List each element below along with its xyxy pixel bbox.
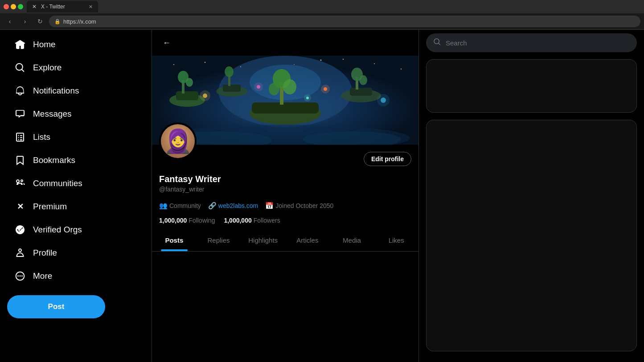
lists-icon	[14, 131, 26, 143]
sidebar-item-bookmarks[interactable]: Bookmarks	[7, 149, 144, 171]
profile-info-area: Edit profile Fantasy Writer @fantasy_wri…	[152, 145, 418, 229]
svg-point-32	[304, 94, 311, 102]
svg-point-28	[377, 94, 390, 106]
search-icon	[433, 38, 441, 48]
following-label: Following	[189, 217, 215, 224]
search-box	[426, 33, 637, 52]
following-count: 1,000,000	[159, 217, 187, 224]
more-icon	[14, 270, 26, 282]
window-minimize-button[interactable]	[11, 4, 16, 9]
profile-meta: 👥 Community 🔗 web2labs.com 📅 Joined Octo…	[159, 198, 411, 213]
premium-label: Premium	[33, 202, 67, 212]
post-button[interactable]: Post	[7, 295, 105, 318]
followers-stat[interactable]: 1,000,000 Followers	[224, 217, 280, 224]
svg-point-11	[225, 66, 234, 77]
svg-point-40	[374, 63, 375, 64]
explore-label: Explore	[33, 63, 62, 73]
sidebar-item-more[interactable]: More	[7, 265, 144, 287]
tab-likes[interactable]: Likes	[374, 229, 418, 251]
left-sidebar: Home Explore Notifications Messages List…	[0, 30, 152, 362]
svg-rect-9	[223, 85, 241, 92]
url-text: https://x.com	[63, 18, 96, 25]
profile-name-area: Fantasy Writer @fantasy_writer	[159, 173, 411, 198]
website-link[interactable]: web2labs.com	[218, 202, 258, 209]
communities-icon	[14, 178, 26, 189]
profile-tabs: Posts Replies Highlights Articles Media …	[152, 229, 418, 252]
verified-orgs-label: Verified Orgs	[33, 225, 82, 235]
premium-icon: ✕	[14, 201, 26, 212]
home-label: Home	[33, 40, 56, 49]
footer-links: Terms of Service Privacy Policy Cookie P…	[426, 358, 637, 359]
calendar-icon: 📅	[265, 202, 274, 210]
feed-area	[152, 252, 418, 362]
svg-rect-4	[176, 91, 198, 100]
tab-replies[interactable]: Replies	[197, 229, 241, 251]
tab-highlights[interactable]: Highlights	[241, 229, 285, 251]
profile-top-bar: ←	[152, 30, 418, 56]
svg-point-7	[186, 78, 193, 87]
community-label: Community	[169, 202, 201, 209]
sidebar-widget-1	[426, 59, 637, 113]
edit-profile-button[interactable]: Edit profile	[364, 152, 411, 166]
sidebar-item-notifications[interactable]: Notifications	[7, 80, 144, 102]
notifications-label: Notifications	[33, 86, 79, 96]
notifications-icon	[14, 85, 26, 97]
meta-community: 👥 Community	[159, 202, 201, 210]
sidebar-item-explore[interactable]: Explore	[7, 57, 144, 79]
following-stat[interactable]: 1,000,000 Following	[159, 217, 215, 224]
forward-nav-button[interactable]: ›	[19, 15, 31, 28]
main-content: ←	[152, 30, 419, 362]
search-input[interactable]	[446, 39, 630, 47]
window-maximize-button[interactable]	[18, 4, 23, 9]
app-container: Home Explore Notifications Messages List…	[0, 30, 644, 362]
svg-point-16	[359, 75, 367, 85]
svg-point-37	[205, 62, 205, 63]
window-close-button[interactable]	[4, 4, 9, 9]
right-sidebar: Terms of Service Privacy Policy Cookie P…	[419, 30, 644, 362]
svg-point-22	[269, 83, 279, 95]
sidebar-item-home[interactable]: Home	[7, 33, 144, 56]
sidebar-item-verified-orgs[interactable]: Verified Orgs	[7, 219, 144, 241]
svg-point-43	[294, 64, 295, 65]
bookmarks-icon	[14, 155, 26, 166]
window-controls	[4, 4, 23, 9]
profile-display-name: Fantasy Writer	[159, 173, 411, 185]
sidebar-item-communities[interactable]: Communities	[7, 172, 144, 195]
joined-date: Joined October 2050	[275, 202, 333, 209]
tab-posts[interactable]: Posts	[152, 229, 197, 251]
svg-rect-18	[252, 102, 319, 114]
tab-media[interactable]: Media	[330, 229, 374, 251]
profile-handle: @fantasy_writer	[159, 186, 411, 193]
meta-joined: 📅 Joined October 2050	[265, 202, 333, 210]
svg-point-26	[321, 85, 330, 94]
tab-close-button[interactable]: ✕	[89, 4, 93, 10]
sidebar-item-messages[interactable]: Messages	[7, 103, 144, 125]
browser-controls: ‹ › ↻ 🔒 https://x.com	[0, 13, 644, 29]
svg-point-24	[200, 90, 210, 101]
sidebar-item-lists[interactable]: Lists	[7, 126, 144, 148]
profile-avatar	[159, 122, 197, 160]
svg-point-41	[401, 69, 402, 69]
followers-count: 1,000,000	[224, 217, 251, 224]
right-sidebar-scroll: Terms of Service Privacy Policy Cookie P…	[426, 33, 637, 359]
communities-label: Communities	[33, 179, 82, 188]
profile-label: Profile	[33, 248, 57, 258]
avatar-image	[161, 124, 195, 158]
address-bar[interactable]: 🔒 https://x.com	[49, 16, 640, 27]
tab-favicon: ✕	[32, 4, 38, 10]
profile-icon	[14, 247, 26, 259]
link-icon: 🔗	[208, 202, 217, 210]
community-icon: 👥	[159, 202, 168, 210]
verified-orgs-icon	[14, 224, 26, 236]
sidebar-item-profile[interactable]: Profile	[7, 242, 144, 264]
back-nav-button[interactable]: ‹	[4, 15, 16, 28]
reload-button[interactable]: ↻	[34, 15, 46, 28]
ssl-lock-icon: 🔒	[54, 19, 61, 24]
profile-stats: 1,000,000 Following 1,000,000 Followers	[159, 213, 411, 229]
back-button[interactable]: ←	[159, 35, 174, 50]
tab-title: X - Twitter	[41, 4, 65, 10]
sidebar-item-premium[interactable]: ✕ Premium	[7, 195, 144, 218]
browser-tab[interactable]: ✕ X - Twitter ✕	[27, 1, 98, 12]
browser-chrome: ✕ X - Twitter ✕ ‹ › ↻ 🔒 https://x.com	[0, 0, 644, 30]
tab-articles[interactable]: Articles	[285, 229, 330, 251]
